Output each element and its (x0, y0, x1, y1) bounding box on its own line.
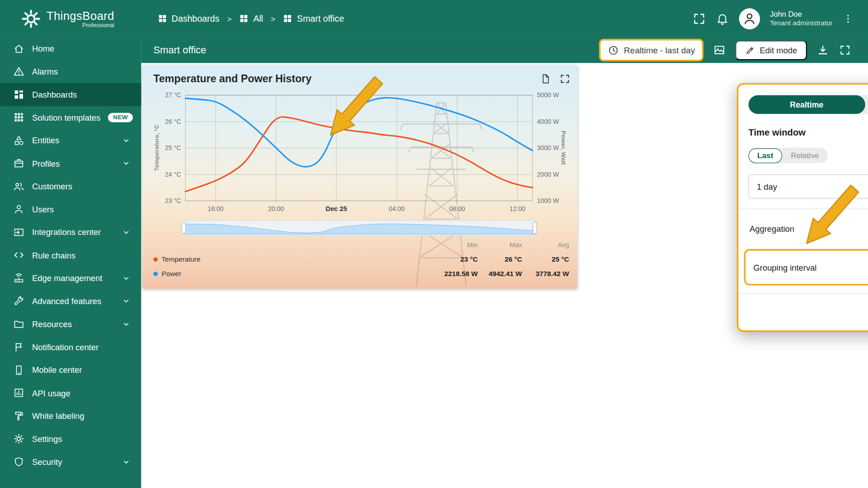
slider-handle-left[interactable] (182, 222, 186, 234)
person-icon (742, 11, 757, 26)
legend-header-min: Min (425, 241, 477, 252)
sidebar-item-edge-management[interactable]: Edge management (0, 267, 141, 290)
temperature-avg: 25 °C (522, 252, 569, 267)
temperature-min: 23 °C (425, 252, 477, 267)
interval-select[interactable]: 1 day (749, 174, 868, 199)
rule-chains-icon (13, 250, 24, 261)
legend-label: Power (162, 270, 181, 278)
sidebar-item-label: Mobile center (32, 365, 82, 375)
sidebar-item-api-usage[interactable]: API usage (0, 381, 141, 404)
breadcrumb-separator: > (271, 14, 275, 23)
toggle-relative[interactable]: Relative (782, 148, 828, 163)
logo-title: ThingsBoard (47, 9, 114, 22)
image-gallery-icon[interactable] (713, 44, 726, 56)
logo-subtitle: Professional (82, 22, 114, 28)
svg-text:08:00: 08:00 (449, 205, 465, 212)
sidebar-item-settings[interactable]: Settings (0, 427, 141, 450)
svg-text:16:00: 16:00 (208, 205, 223, 212)
legend-header-max: Max (478, 241, 522, 252)
dashboards-icon (13, 89, 24, 100)
integrations-icon (13, 227, 24, 238)
sidebar-item-white-labeling[interactable]: White labeling (0, 404, 141, 427)
api-icon (13, 387, 24, 398)
sidebar-item-integrations-center[interactable]: Integrations center (0, 221, 141, 244)
breadcrumb-all[interactable]: All (240, 14, 263, 23)
sidebar-item-label: Entities (32, 136, 59, 145)
tab-history[interactable]: History (865, 95, 868, 114)
time-window-label: Time window (749, 127, 868, 138)
sidebar-item-rule-chains[interactable]: Rule chains (0, 244, 141, 267)
breadcrumb-label: Dashboards (172, 14, 220, 23)
chevron-down-icon (121, 227, 131, 237)
sidebar-item-label: Rule chains (32, 250, 75, 260)
export-widget-icon[interactable] (540, 73, 552, 85)
svg-text:2000 W: 2000 W (537, 171, 559, 178)
sidebar-item-label: Resources (32, 319, 72, 329)
edit-mode-button[interactable]: Edit mode (736, 40, 807, 60)
sidebar-item-alarms[interactable]: Alarms (0, 60, 141, 83)
toggle-last[interactable]: Last (749, 148, 782, 163)
logo[interactable]: ThingsBoard Professional (0, 9, 141, 28)
breadcrumb-dashboards[interactable]: Dashboards (158, 14, 219, 23)
slider-handle-right[interactable] (533, 222, 537, 234)
time-range-slider[interactable] (183, 220, 536, 235)
legend-item-temperature[interactable]: Temperature (153, 252, 425, 267)
chart-canvas[interactable]: 23 °C1000 W24 °C2000 W25 °C3000 W26 °C40… (146, 89, 561, 221)
sidebar-item-label: Solution templates (32, 113, 100, 122)
thingsboard-logo-icon (21, 9, 41, 28)
temperature-series-dot (153, 257, 158, 262)
sidebar-item-profiles[interactable]: Profiles (0, 152, 141, 175)
breadcrumb-separator: > (227, 14, 231, 23)
new-badge: NEW (108, 113, 133, 122)
svg-text:1000 W: 1000 W (537, 197, 559, 204)
sidebar-item-label: Alarms (32, 67, 58, 76)
sidebar-item-entities[interactable]: Entities (0, 129, 141, 152)
dashboard-grid-icon (240, 14, 249, 23)
sidebar-item-users[interactable]: Users (0, 198, 141, 221)
sidebar-item-customers[interactable]: Customers (0, 175, 141, 198)
sidebar-item-mobile-center[interactable]: Mobile center (0, 358, 141, 381)
svg-text:26 °C: 26 °C (165, 118, 181, 125)
avatar[interactable] (739, 8, 760, 29)
timewindow-tabs: Realtime History (749, 95, 868, 114)
user-info[interactable]: John Doe Tenant administrator (770, 9, 833, 27)
sidebar-item-label: Advanced features (32, 296, 101, 306)
more-menu-icon[interactable] (843, 13, 854, 25)
timewindow-button[interactable]: Realtime - last day (599, 39, 704, 61)
slider-preview-area (183, 221, 535, 235)
sidebar-item-home[interactable]: Home (0, 37, 141, 60)
breadcrumb-smart-office[interactable]: Smart office (283, 14, 344, 23)
expand-fullscreen-icon[interactable] (839, 44, 851, 56)
sidebar-item-solution-templates[interactable]: Solution templatesNEW (0, 106, 141, 129)
sidebar-item-resources[interactable]: Resources (0, 313, 141, 336)
power-series-dot (153, 272, 158, 276)
sidebar-nav: HomeAlarmsDashboardsSolution templatesNE… (0, 37, 141, 488)
chevron-down-icon (121, 457, 131, 467)
settings-icon (13, 433, 24, 444)
sidebar-item-label: Settings (32, 434, 62, 444)
sidebar-item-label: Home (32, 44, 54, 53)
tab-realtime[interactable]: Realtime (749, 95, 865, 114)
widget-fullscreen-icon[interactable] (559, 73, 571, 85)
chevron-down-icon (121, 273, 131, 283)
aggregation-label: Aggregation (750, 224, 794, 233)
dashboard-grid-icon (283, 14, 292, 23)
home-icon (13, 43, 24, 54)
sidebar-item-dashboards[interactable]: Dashboards (0, 83, 141, 106)
svg-text:24 °C: 24 °C (165, 171, 181, 178)
last-relative-toggle: Last Relative (749, 148, 828, 163)
user-name: John Doe (770, 9, 833, 19)
sidebar-item-security[interactable]: Security (0, 450, 141, 474)
dashboard-grid-icon (158, 14, 167, 23)
dashboard-toolbar: Smart office Realtime - last day Edit mo… (141, 37, 868, 63)
power-min: 2218.58 W (425, 267, 477, 281)
chevron-down-icon (121, 296, 131, 306)
legend-item-power[interactable]: Power (153, 267, 425, 281)
legend-label: Temperature (162, 256, 201, 263)
sidebar-item-notification-center[interactable]: Notification center (0, 336, 141, 359)
download-icon[interactable] (816, 44, 829, 56)
svg-text:27 °C: 27 °C (165, 92, 181, 99)
notifications-bell-icon[interactable] (716, 12, 729, 25)
fullscreen-icon[interactable] (693, 12, 706, 25)
sidebar-item-advanced-features[interactable]: Advanced features (0, 290, 141, 313)
